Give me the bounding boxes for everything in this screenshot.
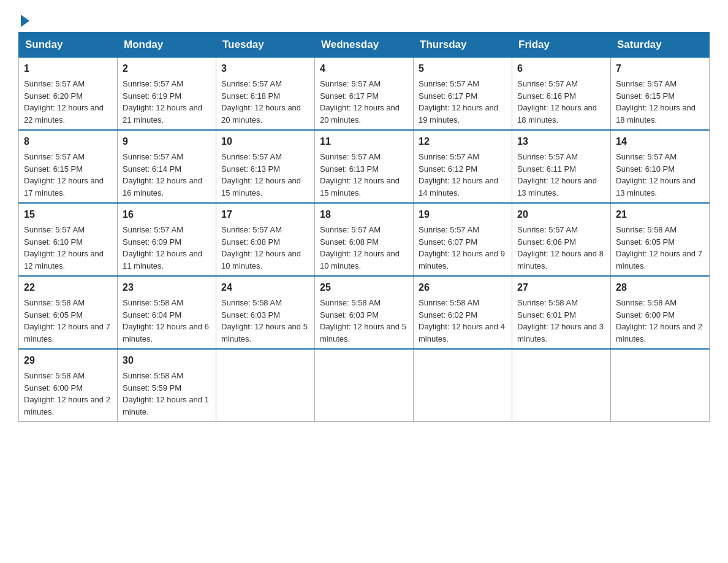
- calendar-cell: 16 Sunrise: 5:57 AM Sunset: 6:09 PM Dayl…: [118, 203, 216, 276]
- day-number: 13: [517, 134, 605, 149]
- day-number: 9: [123, 134, 211, 149]
- day-sunset: Sunset: 6:17 PM: [419, 91, 477, 101]
- day-sunset: Sunset: 6:12 PM: [419, 164, 477, 174]
- day-number: 19: [419, 207, 507, 222]
- calendar-cell: 26 Sunrise: 5:58 AM Sunset: 6:02 PM Dayl…: [414, 276, 512, 349]
- calendar-cell: 1 Sunrise: 5:57 AM Sunset: 6:20 PM Dayli…: [19, 58, 118, 131]
- weekday-header-row: SundayMondayTuesdayWednesdayThursdayFrid…: [19, 33, 710, 58]
- calendar-cell: 2 Sunrise: 5:57 AM Sunset: 6:19 PM Dayli…: [118, 58, 216, 131]
- calendar-cell: 6 Sunrise: 5:57 AM Sunset: 6:16 PM Dayli…: [512, 58, 611, 131]
- day-sunset: Sunset: 6:16 PM: [517, 91, 576, 101]
- calendar-cell: [414, 349, 512, 422]
- day-daylight: Daylight: 12 hours and 2 minutes.: [616, 322, 702, 343]
- day-sunset: Sunset: 6:15 PM: [24, 164, 83, 174]
- day-sunset: Sunset: 6:08 PM: [320, 237, 379, 247]
- calendar-cell: 18 Sunrise: 5:57 AM Sunset: 6:08 PM Dayl…: [315, 203, 414, 276]
- week-row-4: 22 Sunrise: 5:58 AM Sunset: 6:05 PM Dayl…: [19, 276, 710, 349]
- day-daylight: Daylight: 12 hours and 13 minutes.: [616, 176, 696, 197]
- weekday-header-wednesday: Wednesday: [315, 33, 414, 58]
- day-sunset: Sunset: 6:13 PM: [221, 164, 280, 174]
- calendar-cell: 9 Sunrise: 5:57 AM Sunset: 6:14 PM Dayli…: [118, 130, 216, 203]
- week-row-5: 29 Sunrise: 5:58 AM Sunset: 6:00 PM Dayl…: [19, 349, 710, 422]
- day-number: 26: [419, 280, 507, 295]
- day-sunrise: Sunrise: 5:58 AM: [123, 371, 183, 380]
- calendar-cell: 28 Sunrise: 5:58 AM Sunset: 6:00 PM Dayl…: [611, 276, 710, 349]
- day-sunset: Sunset: 6:04 PM: [123, 310, 181, 320]
- day-sunset: Sunset: 6:08 PM: [221, 237, 280, 247]
- calendar-cell: 5 Sunrise: 5:57 AM Sunset: 6:17 PM Dayli…: [414, 58, 512, 131]
- day-sunrise: Sunrise: 5:58 AM: [24, 371, 85, 380]
- day-sunrise: Sunrise: 5:57 AM: [616, 152, 677, 161]
- day-sunrise: Sunrise: 5:57 AM: [419, 225, 479, 234]
- day-sunrise: Sunrise: 5:57 AM: [517, 79, 578, 88]
- calendar-cell: [315, 349, 414, 422]
- day-daylight: Daylight: 12 hours and 5 minutes.: [320, 322, 406, 343]
- day-sunset: Sunset: 6:17 PM: [320, 91, 379, 101]
- day-sunrise: Sunrise: 5:58 AM: [419, 298, 479, 307]
- day-number: 18: [320, 207, 408, 222]
- day-sunrise: Sunrise: 5:58 AM: [517, 298, 578, 307]
- day-sunrise: Sunrise: 5:57 AM: [24, 152, 85, 161]
- day-sunrise: Sunrise: 5:57 AM: [123, 79, 183, 88]
- day-sunset: Sunset: 6:13 PM: [320, 164, 379, 174]
- logo-arrow-icon: [21, 15, 29, 27]
- day-sunrise: Sunrise: 5:57 AM: [320, 79, 381, 88]
- day-number: 27: [517, 280, 605, 295]
- week-row-3: 15 Sunrise: 5:57 AM Sunset: 6:10 PM Dayl…: [19, 203, 710, 276]
- day-number: 1: [24, 61, 112, 76]
- day-sunrise: Sunrise: 5:57 AM: [221, 79, 282, 88]
- day-sunset: Sunset: 6:18 PM: [221, 91, 280, 101]
- calendar-cell: [512, 349, 611, 422]
- day-sunrise: Sunrise: 5:58 AM: [123, 298, 183, 307]
- day-daylight: Daylight: 12 hours and 3 minutes.: [517, 322, 604, 343]
- day-daylight: Daylight: 12 hours and 7 minutes.: [24, 322, 110, 343]
- day-number: 20: [517, 207, 605, 222]
- calendar-cell: 8 Sunrise: 5:57 AM Sunset: 6:15 PM Dayli…: [19, 130, 118, 203]
- day-daylight: Daylight: 12 hours and 13 minutes.: [517, 176, 597, 197]
- day-daylight: Daylight: 12 hours and 4 minutes.: [419, 322, 505, 343]
- day-daylight: Daylight: 12 hours and 5 minutes.: [221, 322, 308, 343]
- day-daylight: Daylight: 12 hours and 8 minutes.: [517, 249, 604, 270]
- calendar-cell: 30 Sunrise: 5:58 AM Sunset: 5:59 PM Dayl…: [118, 349, 216, 422]
- day-sunset: Sunset: 6:05 PM: [616, 237, 675, 247]
- day-number: 28: [616, 280, 704, 295]
- day-number: 4: [320, 61, 408, 76]
- day-sunset: Sunset: 5:59 PM: [123, 383, 181, 393]
- day-daylight: Daylight: 12 hours and 20 minutes.: [221, 103, 301, 124]
- day-number: 22: [24, 280, 112, 295]
- day-daylight: Daylight: 12 hours and 9 minutes.: [419, 249, 505, 270]
- weekday-header-tuesday: Tuesday: [216, 33, 315, 58]
- day-sunrise: Sunrise: 5:57 AM: [24, 79, 85, 88]
- calendar-cell: 17 Sunrise: 5:57 AM Sunset: 6:08 PM Dayl…: [216, 203, 315, 276]
- day-number: 30: [123, 353, 211, 368]
- day-daylight: Daylight: 12 hours and 6 minutes.: [123, 322, 209, 343]
- day-sunset: Sunset: 6:00 PM: [616, 310, 675, 320]
- day-daylight: Daylight: 12 hours and 22 minutes.: [24, 103, 104, 124]
- day-daylight: Daylight: 12 hours and 11 minutes.: [123, 249, 202, 270]
- day-daylight: Daylight: 12 hours and 15 minutes.: [320, 176, 400, 197]
- calendar-cell: 24 Sunrise: 5:58 AM Sunset: 6:03 PM Dayl…: [216, 276, 315, 349]
- day-daylight: Daylight: 12 hours and 14 minutes.: [419, 176, 498, 197]
- calendar-cell: 20 Sunrise: 5:57 AM Sunset: 6:06 PM Dayl…: [512, 203, 611, 276]
- day-sunset: Sunset: 6:10 PM: [616, 164, 675, 174]
- day-number: 6: [517, 61, 605, 76]
- day-daylight: Daylight: 12 hours and 1 minute.: [123, 395, 209, 416]
- day-daylight: Daylight: 12 hours and 12 minutes.: [24, 249, 104, 270]
- day-sunrise: Sunrise: 5:58 AM: [616, 298, 677, 307]
- day-number: 16: [123, 207, 211, 222]
- day-number: 15: [24, 207, 112, 222]
- day-daylight: Daylight: 12 hours and 10 minutes.: [320, 249, 400, 270]
- day-daylight: Daylight: 12 hours and 21 minutes.: [123, 103, 202, 124]
- day-sunrise: Sunrise: 5:57 AM: [221, 152, 282, 161]
- day-sunset: Sunset: 6:14 PM: [123, 164, 181, 174]
- weekday-header-thursday: Thursday: [414, 33, 512, 58]
- day-number: 10: [221, 134, 309, 149]
- weekday-header-sunday: Sunday: [19, 33, 118, 58]
- calendar-table: SundayMondayTuesdayWednesdayThursdayFrid…: [18, 32, 710, 422]
- weekday-header-monday: Monday: [118, 33, 216, 58]
- calendar-cell: 10 Sunrise: 5:57 AM Sunset: 6:13 PM Dayl…: [216, 130, 315, 203]
- calendar-cell: 3 Sunrise: 5:57 AM Sunset: 6:18 PM Dayli…: [216, 58, 315, 131]
- day-sunrise: Sunrise: 5:57 AM: [419, 152, 479, 161]
- day-number: 25: [320, 280, 408, 295]
- day-sunrise: Sunrise: 5:57 AM: [24, 225, 85, 234]
